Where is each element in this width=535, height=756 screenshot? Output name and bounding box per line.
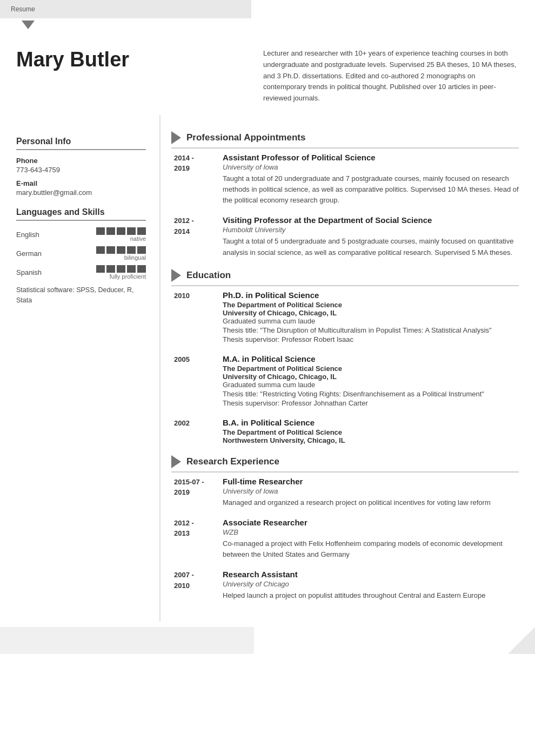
header-bio: Lecturer and researcher with 10+ years o… (252, 43, 519, 104)
entry-row: 2012 - 2013Associate ResearcherWZBCo-man… (171, 518, 519, 560)
entry-description: Helped launch a project on populist atti… (223, 590, 519, 601)
language-rows: EnglishnativeGermanbilingualSpanishfully… (16, 227, 146, 280)
education-header-row: Education (171, 269, 519, 286)
skill-bar (127, 246, 136, 254)
entry-row: 2007 - 2010Research AssistantUniversity … (171, 570, 519, 601)
skill-bar (96, 265, 105, 273)
education-entries: 2010Ph.D. in Political ScienceThe Depart… (171, 291, 519, 444)
research-section: Research Experience 2015-07 - 2019Full-t… (171, 455, 519, 602)
skill-bars (96, 227, 146, 235)
skill-bars-wrap: bilingual (96, 246, 146, 261)
entry-row: 2010Ph.D. in Political ScienceThe Depart… (171, 291, 519, 345)
entry-date: 2005 (174, 354, 223, 408)
entry-content: Visiting Professor at the Department of … (223, 215, 519, 258)
header-section: Mary Butler Lecturer and researcher with… (0, 32, 535, 115)
phone-value: 773-643-4759 (16, 166, 146, 174)
left-column: Personal Info Phone 773-643-4759 E-mail … (0, 115, 159, 622)
email-label: E-mail (16, 179, 146, 187)
professional-arrow (171, 131, 181, 144)
entry-institution: University of Chicago, Chicago, IL (223, 373, 519, 381)
header-left: Mary Butler (16, 43, 252, 104)
entry-description: Taught a total of 5 undergraduate and 5 … (223, 236, 519, 258)
entry-content: Full-time ResearcherUniversity of IowaMa… (223, 477, 519, 508)
phone-label: Phone (16, 157, 146, 165)
skill-name: Spanish (16, 268, 49, 276)
education-arrow (171, 269, 181, 282)
professional-section: Professional Appointments 2014 - 2019Ass… (171, 131, 519, 258)
bottom-left-decoration (0, 627, 254, 654)
skill-bar (117, 265, 125, 273)
skill-bar (137, 246, 146, 254)
entry-detail: Thesis supervisor: Professor Johnathan C… (223, 399, 519, 407)
entry-title: Full-time Researcher (223, 477, 519, 486)
skill-bar (96, 227, 105, 235)
skill-bars (96, 265, 146, 273)
entry-dept: The Department of Political Science (223, 428, 519, 436)
entry-row: 2005M.A. in Political ScienceThe Departm… (171, 354, 519, 408)
skill-name: English (16, 231, 49, 239)
entry-date: 2015-07 - 2019 (174, 477, 223, 508)
entry-row: 2002B.A. in Political ScienceThe Departm… (171, 418, 519, 444)
skill-row: Spanishfully proficient (16, 265, 146, 280)
entry-description: Co-managed a project with Felix Hoffenhe… (223, 538, 519, 560)
skill-bar (127, 265, 136, 273)
entry-title: Ph.D. in Political Science (223, 291, 519, 300)
entry-institution: University of Iowa (223, 163, 519, 171)
entry-date: 2002 (174, 418, 223, 444)
entry-description: Managed and organized a research project… (223, 497, 519, 508)
education-heading: Education (186, 270, 231, 281)
skill-bar (127, 227, 136, 235)
skill-bar (96, 246, 105, 254)
main-content: Personal Info Phone 773-643-4759 E-mail … (0, 115, 535, 622)
skill-bars-wrap: native (96, 227, 146, 242)
skill-level: native (130, 235, 146, 242)
entry-title: Visiting Professor at the Department of … (223, 215, 519, 225)
entry-title: Assistant Professor of Political Science (223, 153, 519, 162)
right-column: Professional Appointments 2014 - 2019Ass… (159, 115, 535, 622)
entry-dept: The Department of Political Science (223, 364, 519, 373)
entry-row: 2015-07 - 2019Full-time ResearcherUniver… (171, 477, 519, 508)
personal-info-section: Personal Info Phone 773-643-4759 E-mail … (16, 137, 146, 197)
bottom-right-decoration (508, 627, 535, 654)
research-heading: Research Experience (186, 456, 279, 467)
professional-heading: Professional Appointments (186, 132, 305, 143)
entry-dept: The Department of Political Science (223, 301, 519, 309)
entry-content: Associate ResearcherWZBCo-managed a proj… (223, 518, 519, 560)
skill-bar (106, 246, 115, 254)
skill-bar (117, 246, 125, 254)
skill-bar (137, 227, 146, 235)
entry-title: B.A. in Political Science (223, 418, 519, 427)
entry-row: 2014 - 2019Assistant Professor of Politi… (171, 153, 519, 206)
entry-detail: Thesis supervisor: Professor Robert Isaa… (223, 335, 519, 343)
personal-info-heading: Personal Info (16, 137, 146, 150)
research-header-row: Research Experience (171, 455, 519, 473)
entry-date: 2007 - 2010 (174, 570, 223, 601)
entry-content: B.A. in Political ScienceThe Department … (223, 418, 519, 444)
entry-title: Associate Researcher (223, 518, 519, 527)
top-bar: Resume (0, 0, 251, 18)
entry-detail: Graduated summa cum laude (223, 317, 519, 325)
entry-institution: University of Chicago, Chicago, IL (223, 309, 519, 317)
skill-bar (137, 265, 146, 273)
skill-row: Englishnative (16, 227, 146, 242)
entry-date: 2014 - 2019 (174, 153, 223, 206)
entry-date: 2012 - 2014 (174, 215, 223, 258)
skill-bar (106, 265, 115, 273)
research-arrow (171, 455, 181, 468)
professional-entries: 2014 - 2019Assistant Professor of Politi… (171, 153, 519, 258)
entry-description: Taught a total of 20 undergraduate and 7… (223, 173, 519, 206)
entry-detail: Graduated summa cum laude (223, 381, 519, 389)
skill-name: German (16, 249, 49, 258)
skill-level: bilingual (124, 254, 146, 261)
languages-heading: Languages and Skills (16, 207, 146, 221)
resume-label: Resume (11, 5, 35, 13)
entry-content: Research AssistantUniversity of ChicagoH… (223, 570, 519, 601)
education-section: Education 2010Ph.D. in Political Science… (171, 269, 519, 444)
accent-triangle (22, 21, 35, 29)
entry-title: M.A. in Political Science (223, 354, 519, 363)
skill-bars (96, 246, 146, 254)
bottom-bar (0, 622, 535, 654)
entry-institution: University of Iowa (223, 487, 519, 495)
entry-institution: WZB (223, 528, 519, 536)
entry-institution: Humboldt University (223, 226, 519, 234)
